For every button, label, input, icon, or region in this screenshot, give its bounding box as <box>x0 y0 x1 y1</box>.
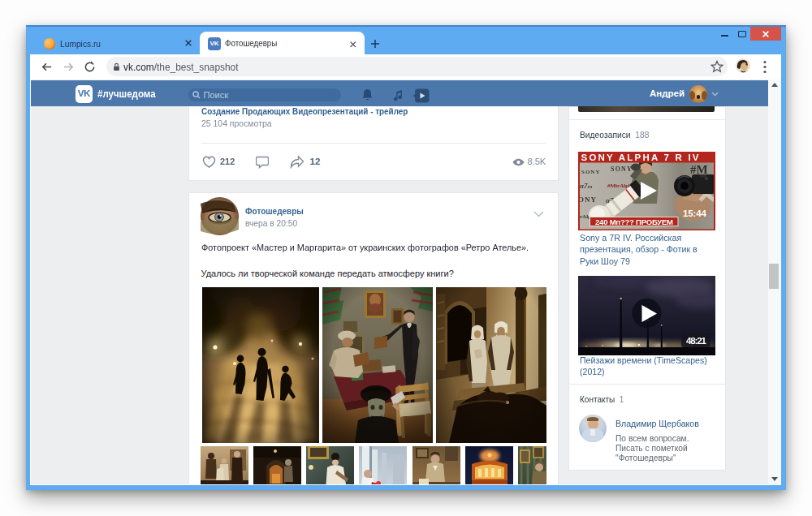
svg-text:48:21: 48:21 <box>686 336 707 346</box>
svg-text:SONY ALPHA 7 R IV: SONY ALPHA 7 R IV <box>581 153 699 162</box>
svg-text:#M: #M <box>690 163 708 176</box>
svg-text:SONY: SONY <box>611 166 633 173</box>
svg-text:240 Мп??? ПРОБУЕМ: 240 Мп??? ПРОБУЕМ <box>595 217 673 226</box>
svg-text:ONY: ONY <box>578 196 597 204</box>
svg-text:15:44: 15:44 <box>683 209 707 218</box>
svg-text:SONY: SONY <box>581 169 600 175</box>
